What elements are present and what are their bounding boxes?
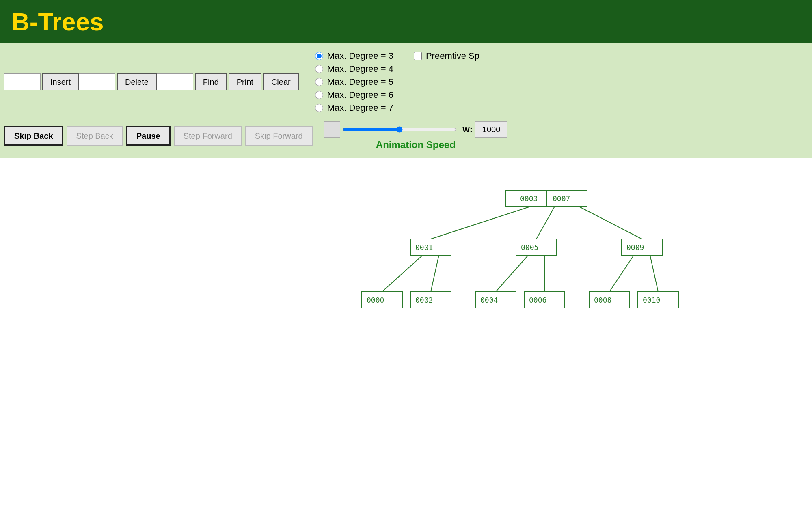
pause-button[interactable]: Pause <box>126 126 171 146</box>
step-forward-button[interactable]: Step Forward <box>174 126 242 146</box>
node-rr-key: 0010 <box>643 296 660 304</box>
edge-left-lr <box>431 255 439 292</box>
delete-input[interactable] <box>79 73 115 90</box>
insert-button[interactable]: Insert <box>42 73 79 90</box>
degree-3-radio[interactable] <box>315 52 323 60</box>
animation-speed-label: Animation Speed <box>376 139 456 151</box>
w-label: w: <box>463 124 473 135</box>
find-input[interactable] <box>157 73 193 90</box>
controls-area: Insert Delete Find Print Clear Max. Degr… <box>0 43 812 158</box>
degree-6-label: Max. Degree = 6 <box>327 90 393 100</box>
node-root-key1: 0003 <box>520 194 538 203</box>
preemtive-label: Preemtive Sp <box>426 51 479 61</box>
preemtive-section: Preemtive Sp <box>414 51 479 61</box>
bottom-controls: Skip Back Step Back Pause Step Forward S… <box>4 117 804 154</box>
degree-7-radio[interactable] <box>315 104 323 112</box>
degree-5-radio[interactable] <box>315 78 323 86</box>
degree-7-label: Max. Degree = 7 <box>327 103 393 113</box>
page-header: B-Trees <box>0 0 812 43</box>
skip-back-button[interactable]: Skip Back <box>4 126 63 146</box>
speed-slider[interactable] <box>343 126 456 133</box>
animation-speed-section: w: 1000 Animation Speed <box>324 121 508 151</box>
node-left-key1: 0001 <box>415 243 433 252</box>
degree-6-option[interactable]: Max. Degree = 6 <box>315 90 393 100</box>
insert-input[interactable] <box>4 73 41 90</box>
degree-5-option[interactable]: Max. Degree = 5 <box>315 77 393 87</box>
skip-forward-button[interactable]: Skip Forward <box>245 126 313 146</box>
find-button[interactable]: Find <box>195 73 227 90</box>
edge-left-ll <box>382 255 423 292</box>
speed-box <box>324 121 340 138</box>
node-mid-key1: 0005 <box>521 243 538 252</box>
degree-3-label: Max. Degree = 3 <box>327 51 393 61</box>
speed-controls-row: w: 1000 <box>324 121 508 138</box>
node-right-key1: 0009 <box>626 243 644 252</box>
degree-radio-group: Max. Degree = 3 Max. Degree = 4 Max. Deg… <box>315 51 393 113</box>
w-value-input[interactable]: 1000 <box>475 121 508 138</box>
edge-root-mid <box>536 207 555 239</box>
degree-7-option[interactable]: Max. Degree = 7 <box>315 103 393 113</box>
node-root-key2: 0007 <box>553 194 570 203</box>
clear-button[interactable]: Clear <box>263 73 299 90</box>
edge-mid-ml <box>496 255 528 292</box>
degree-5-label: Max. Degree = 5 <box>327 77 393 87</box>
degree-6-radio[interactable] <box>315 91 323 99</box>
canvas-area: 0003 0007 0001 0005 0009 0000 0002 0004 … <box>0 158 812 442</box>
edge-right-rl <box>609 255 634 292</box>
edge-right-rr <box>650 255 658 292</box>
degree-4-radio[interactable] <box>315 65 323 73</box>
delete-button[interactable]: Delete <box>117 73 157 90</box>
degree-4-option[interactable]: Max. Degree = 4 <box>315 64 393 74</box>
tree-visualization: 0003 0007 0001 0005 0009 0000 0002 0004 … <box>331 166 705 328</box>
page-title: B-Trees <box>11 7 801 36</box>
step-back-button[interactable]: Step Back <box>67 126 123 146</box>
node-lr-key: 0002 <box>415 296 433 304</box>
degree-4-label: Max. Degree = 4 <box>327 64 393 74</box>
node-mr-key: 0006 <box>529 296 546 304</box>
degree-3-option[interactable]: Max. Degree = 3 <box>315 51 393 61</box>
node-ll-key: 0000 <box>367 296 384 304</box>
node-ml-key: 0004 <box>480 296 498 304</box>
edge-root-left <box>431 207 530 239</box>
node-rl-key: 0008 <box>594 296 611 304</box>
print-button[interactable]: Print <box>229 73 261 90</box>
preemtive-checkbox[interactable] <box>414 52 422 60</box>
edge-root-right <box>579 207 642 239</box>
top-controls: Insert Delete Find Print Clear Max. Degr… <box>4 51 804 117</box>
